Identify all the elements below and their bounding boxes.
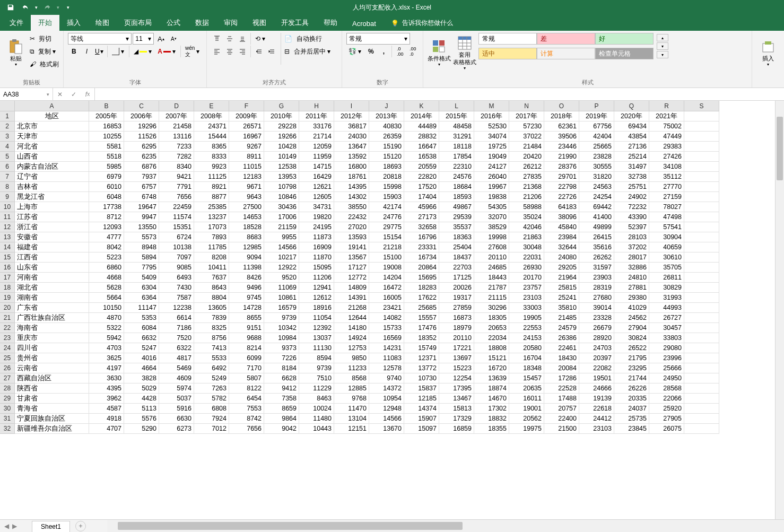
tab-draw[interactable]: 绘图 [88, 15, 117, 31]
cell[interactable]: 22553 [509, 323, 544, 333]
cell[interactable]: 6048 [89, 192, 124, 202]
cell[interactable]: 5974 [159, 383, 194, 394]
cell[interactable]: 四川省 [15, 343, 89, 353]
cell[interactable]: 7358 [264, 394, 299, 404]
cell[interactable]: 31820 [579, 172, 614, 182]
cell[interactable]: 17302 [474, 404, 509, 414]
cell[interactable]: 20110 [474, 252, 509, 263]
cell[interactable]: 8921 [194, 182, 229, 192]
cell[interactable]: 7656 [229, 424, 264, 434]
cell[interactable]: 75002 [649, 121, 684, 132]
cell[interactable]: 2006年 [124, 111, 159, 121]
cell[interactable]: 4707 [89, 424, 124, 434]
cell[interactable]: 26226 [614, 383, 649, 394]
cell[interactable]: 17476 [404, 323, 439, 333]
cell[interactable]: 21787 [474, 283, 509, 293]
cell[interactable]: 2005年 [89, 111, 124, 121]
cell[interactable]: 5247 [124, 343, 159, 353]
cell[interactable]: 6235 [124, 152, 159, 162]
qat-customize-icon[interactable]: ▾ [67, 5, 69, 10]
cell[interactable]: 18348 [509, 363, 544, 373]
cell[interactable]: 15120 [369, 152, 404, 162]
row-header[interactable]: 8 [0, 182, 15, 192]
cell[interactable]: 4817 [159, 353, 194, 363]
tab-home[interactable]: 开始 [31, 15, 59, 31]
scrollbar-thumb[interactable] [777, 117, 783, 180]
fx-button[interactable]: fx [81, 91, 94, 98]
cell[interactable]: 10149 [264, 152, 299, 162]
row-header[interactable]: 32 [0, 424, 15, 434]
cell[interactable]: 23103 [509, 293, 544, 303]
cell[interactable]: 15190 [369, 142, 404, 152]
cell[interactable]: 21268 [334, 303, 369, 313]
cell[interactable]: 35616 [579, 242, 614, 252]
cell[interactable]: 3962 [89, 394, 124, 404]
cell[interactable]: 31291 [439, 132, 474, 142]
cell[interactable]: 21218 [369, 242, 404, 252]
cell[interactable]: 29701 [544, 172, 579, 182]
cell[interactable]: 6295 [124, 142, 159, 152]
cell[interactable]: 2014年 [404, 111, 439, 121]
cell[interactable]: 25665 [579, 142, 614, 152]
cell[interactable]: 23103 [579, 424, 614, 434]
cell[interactable]: 26571 [229, 121, 264, 132]
cell[interactable]: 24562 [614, 313, 649, 323]
cell[interactable] [684, 323, 719, 333]
cell[interactable]: 9421 [159, 172, 194, 182]
cell[interactable]: 26262 [579, 252, 614, 263]
cell[interactable]: 19967 [474, 182, 509, 192]
cell[interactable]: 8948 [124, 242, 159, 252]
cell[interactable]: 5942 [89, 333, 124, 343]
font-name-select[interactable]: 等线▾ [68, 33, 132, 45]
cell[interactable]: 11083 [369, 353, 404, 363]
cell[interactable]: 19141 [334, 242, 369, 252]
cell[interactable]: 15813 [439, 404, 474, 414]
row-header[interactable]: 6 [0, 162, 15, 172]
cell[interactable]: 10846 [264, 192, 299, 202]
cell[interactable]: 16429 [299, 172, 334, 182]
row-header[interactable]: 5 [0, 152, 15, 162]
cell[interactable]: 5581 [89, 142, 124, 152]
cell[interactable]: 14372 [369, 383, 404, 394]
cell[interactable]: 23446 [544, 142, 579, 152]
cell[interactable] [684, 343, 719, 353]
cell[interactable]: 14566 [264, 242, 299, 252]
cell[interactable]: 8643 [194, 283, 229, 293]
cell[interactable]: 22618 [579, 404, 614, 414]
cell[interactable]: 17073 [194, 222, 229, 232]
cell[interactable]: 6084 [124, 323, 159, 333]
cell[interactable]: 10443 [299, 424, 334, 434]
conditional-format-button[interactable]: 条件格式 ▾ [428, 33, 451, 73]
row-header[interactable]: 12 [0, 222, 15, 232]
cell[interactable]: 江苏省 [15, 212, 89, 222]
cell[interactable]: 48458 [439, 121, 474, 132]
cell[interactable]: 14715 [299, 162, 334, 172]
decrease-font-button[interactable]: A▾ [168, 33, 179, 45]
cell[interactable]: 24037 [614, 404, 649, 414]
cell[interactable]: 12941 [299, 283, 334, 293]
cell[interactable]: 22034 [474, 333, 509, 343]
cell[interactable]: 24412 [579, 414, 614, 424]
cell[interactable]: 15121 [474, 353, 509, 363]
cell[interactable]: 24902 [614, 192, 649, 202]
cell[interactable]: 12392 [299, 323, 334, 333]
cell[interactable]: 4918 [89, 414, 124, 424]
cell[interactable]: 37022 [509, 132, 544, 142]
cell[interactable] [684, 424, 719, 434]
cell[interactable]: 18363 [439, 232, 474, 242]
cell[interactable]: 10861 [264, 293, 299, 303]
cell[interactable]: 16647 [404, 142, 439, 152]
cell[interactable] [684, 404, 719, 414]
column-header[interactable]: I [334, 101, 369, 111]
cell[interactable]: 山西省 [15, 152, 89, 162]
cell[interactable]: 7510 [299, 373, 334, 383]
cell[interactable]: 14231 [369, 343, 404, 353]
cell[interactable]: 29539 [439, 212, 474, 222]
cell[interactable]: 7893 [194, 232, 229, 242]
cell[interactable]: 2009年 [229, 111, 264, 121]
cell[interactable]: 11206 [299, 273, 334, 283]
cell[interactable]: 6628 [264, 373, 299, 383]
cell[interactable]: 18430 [544, 353, 579, 363]
cell[interactable] [684, 353, 719, 363]
cell[interactable]: 21368 [509, 182, 544, 192]
